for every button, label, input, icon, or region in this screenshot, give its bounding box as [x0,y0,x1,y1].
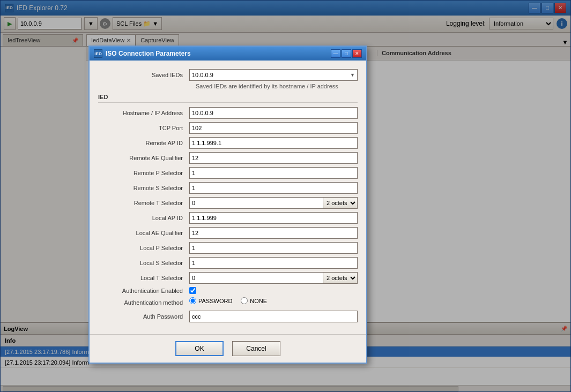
remote-s-sel-input[interactable] [189,182,358,194]
remote-p-sel-label: Remote P Selector [98,170,189,176]
auth-none-label: NONE [250,298,267,304]
field-remote-t-sel: Remote T Selector 1 octet 2 octets 4 oct… [98,197,358,209]
auth-password-label: PASSWORD [198,298,232,304]
auth-method-radios: PASSWORD NONE [189,297,267,304]
local-s-sel-label: Local S Selector [98,260,189,266]
modal-title: ISO Connection Parameters [106,50,191,57]
remote-ae-qual-input[interactable] [189,152,358,164]
modal-dialog: IED ISO Connection Parameters — □ ✕ Save… [88,46,367,364]
field-local-ap-id: Local AP ID [98,212,358,224]
local-ae-qual-input[interactable] [189,227,358,239]
remote-ap-id-input[interactable] [189,137,358,149]
local-ap-id-input[interactable] [189,212,358,224]
auth-password-input[interactable] [189,311,358,322]
modal-minimize-btn[interactable]: — [331,49,340,58]
modal-restore-btn[interactable]: □ [342,49,351,58]
local-p-sel-input[interactable] [189,242,358,254]
modal-icon: IED [94,49,102,58]
remote-ae-qual-label: Remote AE Qualifier [98,155,189,161]
remote-t-sel-select[interactable]: 1 octet 2 octets 4 octets [323,197,358,209]
modal-title-bar: IED ISO Connection Parameters — □ ✕ [90,47,366,61]
section-ied-label: IED [98,94,358,100]
auth-password-radio[interactable] [189,297,196,304]
field-local-s-sel: Local S Selector [98,257,358,269]
local-t-sel-group: 1 octet 2 octets 4 octets [189,272,358,284]
field-remote-p-sel: Remote P Selector [98,167,358,179]
modal-title-controls: — □ ✕ [331,49,362,58]
field-remote-ae-qual: Remote AE Qualifier [98,152,358,164]
ok-button[interactable]: OK [175,341,224,356]
saved-ieds-combo[interactable]: 10.0.0.9 ▼ [189,69,358,81]
remote-t-sel-group: 1 octet 2 octets 4 octets [189,197,358,209]
local-s-sel-input[interactable] [189,257,358,269]
saved-ieds-hint: Saved IEDs are identified by its hostnam… [196,83,358,89]
saved-ieds-label: Saved IEDs [98,72,189,78]
modal-overlay: IED ISO Connection Parameters — □ ✕ Save… [0,0,571,392]
local-t-sel-input[interactable] [189,272,323,284]
saved-ieds-value: 10.0.0.9 [192,72,213,78]
remote-ap-id-label: Remote AP ID [98,140,189,146]
auth-method-row: Authentication method PASSWORD NONE [98,297,358,307]
remote-t-sel-label: Remote T Selector [98,200,189,206]
modal-close-btn[interactable]: ✕ [352,49,362,58]
field-remote-ap-id: Remote AP ID [98,137,358,149]
cancel-button[interactable]: Cancel [232,341,280,356]
field-local-ae-qual: Local AE Qualifier [98,227,358,239]
field-hostname: Hostname / IP Address [98,107,358,119]
auth-password-option[interactable]: PASSWORD [189,297,232,304]
field-tcp-port: TCP Port [98,122,358,134]
local-ae-qual-label: Local AE Qualifier [98,230,189,236]
auth-password-field-label: Auth Password [98,313,189,320]
local-ap-id-label: Local AP ID [98,215,189,221]
section-divider [98,102,358,103]
remote-s-sel-label: Remote S Selector [98,185,189,191]
hostname-label: Hostname / IP Address [98,110,189,116]
remote-t-sel-input[interactable] [189,197,323,209]
auth-enabled-row: Authentication Enabled [98,287,358,294]
auth-none-radio[interactable] [241,297,248,304]
auth-enabled-checkbox[interactable] [189,287,196,294]
field-remote-s-sel: Remote S Selector [98,182,358,194]
field-local-t-sel: Local T Selector 1 octet 2 octets 4 octe… [98,272,358,284]
auth-password-row: Auth Password [98,311,358,322]
local-t-sel-label: Local T Selector [98,275,189,281]
modal-footer: OK Cancel [90,334,366,363]
hostname-input[interactable] [189,107,358,119]
modal-content: Saved IEDs 10.0.0.9 ▼ Saved IEDs are ide… [90,61,366,334]
field-local-p-sel: Local P Selector [98,242,358,254]
tcp-port-input[interactable] [189,122,358,134]
auth-none-option[interactable]: NONE [241,297,267,304]
auth-method-label: Authentication method [98,299,189,306]
tcp-port-label: TCP Port [98,125,189,131]
combo-arrow-icon: ▼ [350,72,355,78]
saved-ieds-row: Saved IEDs 10.0.0.9 ▼ [98,69,358,81]
local-p-sel-label: Local P Selector [98,245,189,251]
local-t-sel-select[interactable]: 1 octet 2 octets 4 octets [323,272,358,284]
auth-enabled-label: Authentication Enabled [98,288,189,294]
remote-p-sel-input[interactable] [189,167,358,179]
